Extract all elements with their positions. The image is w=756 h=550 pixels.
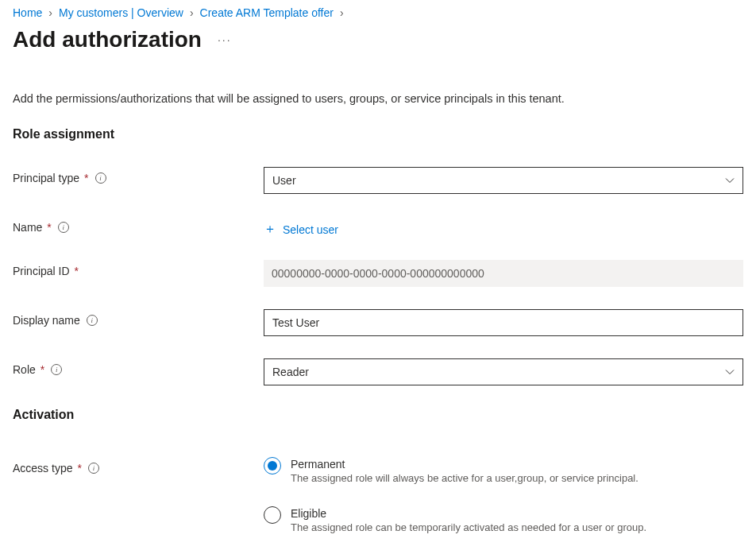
access-type-label: Access type * i	[13, 457, 264, 474]
access-type-label-text: Access type	[13, 462, 72, 474]
name-label: Name * i	[13, 216, 264, 234]
role-label-text: Role	[13, 363, 36, 376]
required-indicator: *	[47, 221, 51, 234]
principal-id-label: Principal ID *	[13, 260, 264, 277]
radio-eligible-label: Eligible	[291, 507, 646, 520]
page-title: Add authorization	[13, 27, 202, 52]
chevron-right-icon: ›	[340, 6, 344, 19]
principal-id-field: 00000000-0000-0000-0000-000000000000	[264, 260, 743, 287]
principal-type-value: User	[272, 174, 296, 187]
radio-permanent[interactable]: Permanent The assigned role will always …	[264, 457, 743, 484]
chevron-down-icon	[725, 367, 735, 377]
info-icon[interactable]: i	[88, 463, 99, 474]
chevron-right-icon: ›	[48, 6, 52, 19]
select-user-button[interactable]: ＋ Select user	[264, 216, 338, 238]
breadcrumb-create-offer[interactable]: Create ARM Template offer	[200, 6, 334, 19]
access-type-radio-group: Permanent The assigned role will always …	[264, 457, 743, 533]
more-actions-button[interactable]: ···	[218, 33, 232, 46]
radio-dot-icon	[268, 461, 277, 471]
activation-heading: Activation	[13, 408, 743, 422]
chevron-down-icon	[725, 176, 735, 185]
info-icon[interactable]: i	[87, 315, 98, 326]
display-name-label: Display name i	[13, 309, 264, 327]
breadcrumb-home[interactable]: Home	[13, 6, 42, 19]
required-indicator: *	[84, 172, 88, 184]
principal-id-label-text: Principal ID	[13, 265, 70, 277]
name-label-text: Name	[13, 221, 42, 234]
radio-eligible[interactable]: Eligible The assigned role can be tempor…	[264, 506, 743, 533]
principal-type-select[interactable]: User	[264, 167, 743, 194]
principal-type-label-text: Principal type	[13, 172, 79, 184]
plus-icon: ＋	[264, 221, 276, 238]
radio-permanent-label: Permanent	[291, 458, 638, 471]
role-label: Role * i	[13, 358, 264, 376]
select-user-label: Select user	[283, 223, 338, 236]
radio-circle-icon	[264, 506, 281, 524]
radio-circle-icon	[264, 457, 281, 474]
role-value: Reader	[272, 366, 309, 378]
role-row: Role * i Reader	[13, 358, 743, 385]
required-indicator: *	[77, 462, 81, 474]
page-description: Add the permissions/authorizations that …	[13, 92, 743, 105]
principal-id-row: Principal ID * 00000000-0000-0000-0000-0…	[13, 260, 743, 287]
display-name-row: Display name i	[13, 309, 743, 336]
breadcrumb-my-customers[interactable]: My customers | Overview	[59, 6, 183, 19]
role-assignment-heading: Role assignment	[13, 127, 743, 141]
required-indicator: *	[75, 265, 79, 277]
display-name-input[interactable]	[264, 309, 743, 336]
chevron-right-icon: ›	[190, 6, 194, 19]
display-name-label-text: Display name	[13, 314, 80, 327]
principal-type-row: Principal type * i User	[13, 167, 743, 194]
principal-type-label: Principal type * i	[13, 167, 264, 184]
page-title-row: Add authorization ···	[13, 27, 743, 52]
role-select[interactable]: Reader	[264, 358, 743, 385]
name-row: Name * i ＋ Select user	[13, 216, 743, 238]
radio-permanent-desc: The assigned role will always be active …	[291, 472, 638, 484]
radio-eligible-desc: The assigned role can be temporarily act…	[291, 521, 646, 533]
info-icon[interactable]: i	[95, 172, 106, 184]
info-icon[interactable]: i	[58, 222, 69, 233]
required-indicator: *	[40, 363, 44, 376]
breadcrumb: Home › My customers | Overview › Create …	[13, 3, 743, 22]
info-icon[interactable]: i	[51, 364, 62, 375]
access-type-row: Access type * i Permanent The assigned r…	[13, 457, 743, 533]
